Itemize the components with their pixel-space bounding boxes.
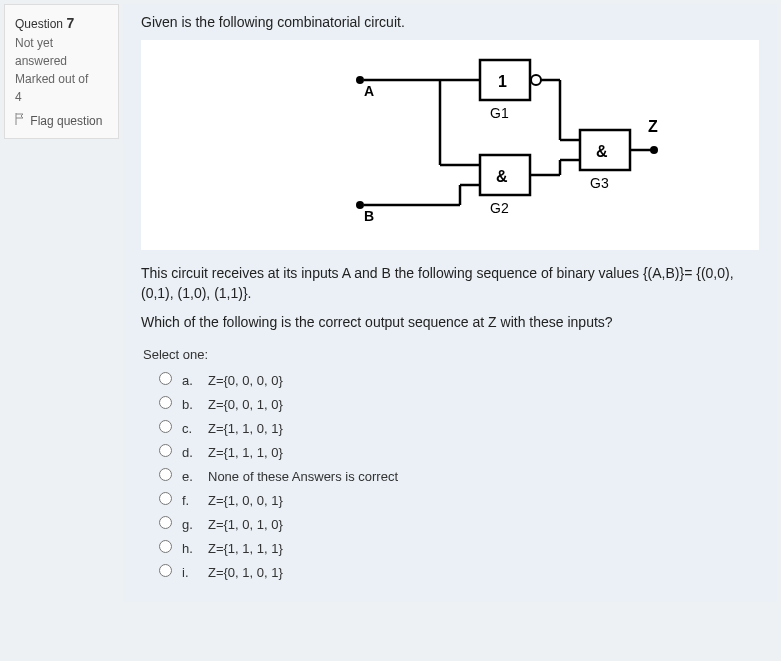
flag-question-link[interactable]: Flag question	[15, 112, 108, 130]
question-prompt: Given is the following combinatorial cir…	[141, 14, 759, 30]
input-b-label: B	[364, 208, 374, 224]
gate1-label: G1	[490, 105, 509, 121]
answer-option[interactable]: g.Z={1, 0, 1, 0}	[159, 512, 759, 536]
option-letter: i.	[182, 565, 198, 580]
question-word: Question	[15, 17, 63, 31]
answer-options: a.Z={0, 0, 0, 0}b.Z={0, 0, 1, 0}c.Z={1, …	[159, 368, 759, 584]
option-letter: f.	[182, 493, 198, 508]
option-letter: g.	[182, 517, 198, 532]
option-text: Z={1, 0, 1, 0}	[208, 517, 283, 532]
answer-radio[interactable]	[159, 372, 172, 385]
svg-point-0	[356, 76, 364, 84]
option-text: Z={1, 1, 1, 0}	[208, 445, 283, 460]
question-number: Question 7	[15, 13, 108, 34]
svg-point-9	[356, 201, 364, 209]
question-status: Not yet answered	[15, 34, 108, 70]
answer-radio[interactable]	[159, 468, 172, 481]
answer-option[interactable]: f.Z={1, 0, 0, 1}	[159, 488, 759, 512]
circuit-svg: A 1 G1 B & G2	[240, 50, 660, 240]
answer-radio[interactable]	[159, 564, 172, 577]
option-text: Z={1, 0, 0, 1}	[208, 493, 283, 508]
option-letter: a.	[182, 373, 198, 388]
circuit-description-1: This circuit receives at its inputs A an…	[141, 264, 759, 303]
gate3-symbol: &	[596, 143, 608, 160]
answer-option[interactable]: d.Z={1, 1, 1, 0}	[159, 440, 759, 464]
answer-option[interactable]: e.None of these Answers is correct	[159, 464, 759, 488]
flag-icon	[15, 112, 25, 130]
answer-option[interactable]: a.Z={0, 0, 0, 0}	[159, 368, 759, 392]
gate1-symbol: 1	[498, 73, 507, 90]
gate2-label: G2	[490, 200, 509, 216]
svg-point-3	[531, 75, 541, 85]
marked-value: 4	[15, 88, 108, 106]
answer-radio[interactable]	[159, 444, 172, 457]
select-one-label: Select one:	[143, 347, 759, 362]
output-z-label: Z	[648, 118, 658, 135]
option-text: Z={1, 1, 1, 1}	[208, 541, 283, 556]
option-letter: h.	[182, 541, 198, 556]
question-info-panel: Question 7 Not yet answered Marked out o…	[4, 4, 119, 139]
answer-radio[interactable]	[159, 396, 172, 409]
option-text: Z={1, 1, 0, 1}	[208, 421, 283, 436]
gate2-symbol: &	[496, 168, 508, 185]
option-text: None of these Answers is correct	[208, 469, 398, 484]
option-letter: b.	[182, 397, 198, 412]
option-text: Z={0, 1, 0, 1}	[208, 565, 283, 580]
answer-option[interactable]: h.Z={1, 1, 1, 1}	[159, 536, 759, 560]
option-text: Z={0, 0, 0, 0}	[208, 373, 283, 388]
answer-radio[interactable]	[159, 540, 172, 553]
circuit-diagram: A 1 G1 B & G2	[141, 40, 759, 250]
answer-option[interactable]: c.Z={1, 1, 0, 1}	[159, 416, 759, 440]
input-a-label: A	[364, 83, 374, 99]
answer-option[interactable]: i.Z={0, 1, 0, 1}	[159, 560, 759, 584]
flag-label: Flag question	[30, 114, 102, 128]
option-letter: e.	[182, 469, 198, 484]
answer-radio[interactable]	[159, 516, 172, 529]
answer-radio[interactable]	[159, 420, 172, 433]
answer-radio[interactable]	[159, 492, 172, 505]
question-number-value: 7	[66, 15, 74, 31]
gate3-label: G3	[590, 175, 609, 191]
svg-point-19	[650, 146, 658, 154]
option-text: Z={0, 0, 1, 0}	[208, 397, 283, 412]
option-letter: c.	[182, 421, 198, 436]
marked-label: Marked out of	[15, 70, 108, 88]
circuit-description-2: Which of the following is the correct ou…	[141, 313, 759, 333]
answer-option[interactable]: b.Z={0, 0, 1, 0}	[159, 392, 759, 416]
option-letter: d.	[182, 445, 198, 460]
question-content: Given is the following combinatorial cir…	[123, 4, 777, 602]
